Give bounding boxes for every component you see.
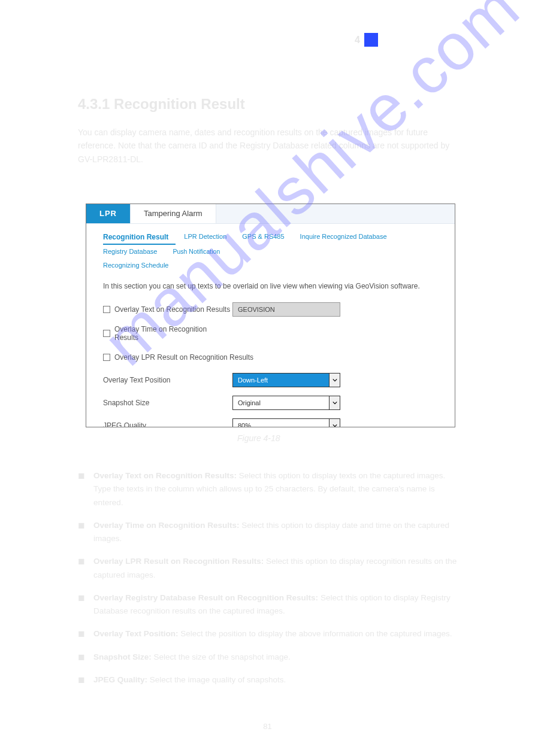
row-jpeg-quality: JPEG Quality 80% (103, 418, 438, 427)
bullet-icon: ◼ (78, 555, 93, 582)
subtab-lpr-detection[interactable]: LPR Detection (184, 230, 234, 245)
checkbox-overlay-time[interactable] (103, 330, 110, 337)
option-title: Overlay Text on Recognition Results: (93, 471, 237, 480)
row-overlay-time: Overlay Time on Recognition Results (103, 325, 438, 342)
option-body: Select the position to display the above… (180, 629, 452, 638)
label-text-position: Overlay Text Position (103, 376, 232, 384)
option-item: ◼ Overlay Text on Recognition Results: S… (78, 469, 461, 509)
section-heading: 4.3.1 Recognition Result (78, 96, 245, 113)
option-item: ◼ Overlay LPR Result on Recognition Resu… (78, 555, 461, 582)
page-number: 81 (0, 722, 535, 731)
subtab-registry-database[interactable]: Registry Database (103, 245, 165, 259)
subtab-gps-rs485[interactable]: GPS & RS485 (242, 230, 291, 245)
settings-panel-screenshot: LPR Tampering Alarm Recognition Result L… (86, 204, 455, 427)
option-item: ◼ JPEG Quality: Select the image quality… (78, 673, 461, 687)
figure-caption: Figure 4-18 (237, 433, 280, 443)
subtab-push-notification[interactable]: Push Notification (173, 245, 228, 259)
intro-paragraph: You can display camera name, dates and r… (78, 126, 461, 166)
option-item: ◼ Overlay Registry Database Result on Re… (78, 591, 461, 618)
checkbox-overlay-text[interactable] (103, 306, 110, 313)
bullet-icon: ◼ (78, 469, 93, 509)
row-text-position: Overlay Text Position Down-Left (103, 373, 438, 387)
section-description: In this section you can set up texts to … (103, 282, 438, 290)
select-snapshot-size-value: Original (233, 399, 265, 406)
subtab-recognizing-schedule[interactable]: Recognizing Schedule (103, 259, 438, 272)
select-jpeg-quality[interactable]: 80% (232, 418, 340, 427)
select-text-position[interactable]: Down-Left (232, 373, 340, 387)
option-title: JPEG Quality: (93, 675, 147, 684)
primary-tabs: LPR Tampering Alarm (86, 204, 455, 224)
secondary-tabs: Recognition Result LPR Detection GPS & R… (86, 224, 455, 272)
bullet-icon: ◼ (78, 591, 93, 618)
option-title: Overlay Registry Database Result on Reco… (93, 593, 318, 602)
label-snapshot-size: Snapshot Size (103, 399, 232, 407)
select-jpeg-quality-value: 80% (233, 422, 256, 427)
option-title: Overlay Time on Recognition Results: (93, 521, 240, 530)
option-item: ◼ Overlay Text Position: Select the posi… (78, 627, 461, 640)
bullet-icon: ◼ (78, 627, 93, 640)
row-overlay-lpr: Overlay LPR Result on Recognition Result… (103, 350, 438, 365)
option-title: Overlay LPR Result on Recognition Result… (93, 557, 264, 566)
tab-tampering-alarm[interactable]: Tampering Alarm (131, 204, 216, 223)
bullet-icon: ◼ (78, 673, 93, 687)
page-corner-marker (364, 33, 378, 47)
option-body: Select the image quality of snapshots. (150, 675, 286, 684)
tab-lpr[interactable]: LPR (86, 204, 131, 223)
chevron-down-icon (329, 396, 340, 409)
label-overlay-time: Overlay Time on Recognition Results (114, 325, 232, 342)
bullet-icon: ◼ (78, 519, 93, 546)
label-overlay-lpr: Overlay LPR Result on Recognition Result… (114, 353, 253, 362)
select-text-position-value: Down-Left (233, 377, 273, 384)
label-jpeg-quality: JPEG Quality (103, 421, 232, 427)
option-item: ◼ Snapshot Size: Select the size of the … (78, 651, 461, 664)
subtab-recognition-result[interactable]: Recognition Result (103, 230, 176, 245)
bullet-icon: ◼ (78, 651, 93, 664)
chevron-down-icon (329, 419, 340, 427)
row-overlay-text: Overlay Text on Recognition Results GEOV… (103, 302, 438, 317)
row-snapshot-size: Snapshot Size Original (103, 396, 438, 410)
panel-body: In this section you can set up texts to … (86, 272, 455, 427)
option-body: Select the size of the snapshot image. (154, 652, 291, 661)
chevron-down-icon (329, 374, 340, 387)
option-item: ◼ Overlay Time on Recognition Results: S… (78, 519, 461, 546)
chapter-number: 4 (355, 35, 360, 45)
label-overlay-text: Overlay Text on Recognition Results (114, 305, 230, 314)
option-title: Snapshot Size: (93, 652, 152, 661)
option-title: Overlay Text Position: (93, 629, 179, 638)
subtab-inquire-database[interactable]: Inquire Recognized Database (300, 230, 394, 245)
input-overlay-text[interactable]: GEOVISION (232, 302, 340, 317)
options-list: ◼ Overlay Text on Recognition Results: S… (78, 469, 461, 696)
select-snapshot-size[interactable]: Original (232, 396, 340, 410)
checkbox-overlay-lpr[interactable] (103, 354, 110, 361)
